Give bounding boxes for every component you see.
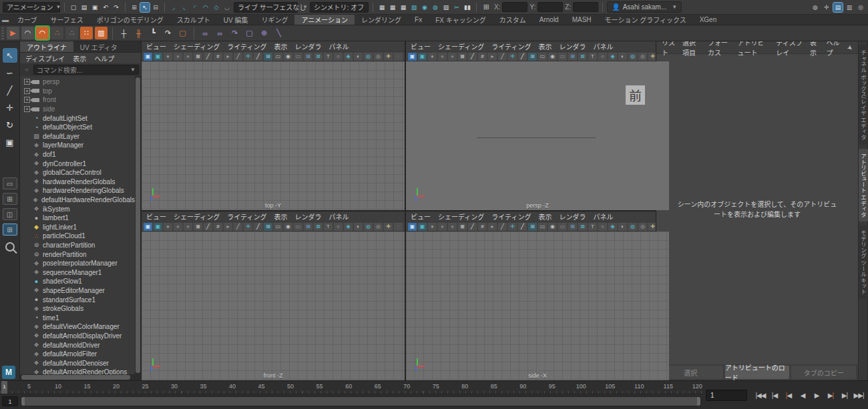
modeling-toolkit-icon[interactable]: ◍ (811, 3, 820, 12)
render-icon[interactable]: ▦ (377, 3, 387, 12)
tab-モーション グラフィックス[interactable]: モーション グラフィックス (598, 15, 693, 25)
image-plane-icon[interactable]: ● (184, 53, 192, 61)
depth-of-field-icon[interactable]: ◍ (628, 223, 637, 231)
outliner-item-lightLinker1[interactable]: ◆lightLinker1 (20, 223, 135, 232)
shadows-icon[interactable]: T (588, 223, 597, 231)
textured-icon[interactable]: ⊞ (304, 223, 312, 231)
grease-pencil-icon[interactable]: ╱ (468, 223, 477, 231)
viewport-menu-シェーディング[interactable]: シェーディング (438, 41, 484, 51)
shadows-icon[interactable]: T (324, 53, 333, 61)
render-settings-icon[interactable]: ▧ (409, 3, 419, 12)
viewport-menu-ライティング[interactable]: ライティング (491, 212, 531, 222)
multisample-aa-icon[interactable]: ◐ (354, 53, 363, 61)
viewport-menu-パネル[interactable]: パネル (594, 41, 614, 51)
bookmark-icon[interactable]: ● (174, 53, 182, 61)
new-scene-icon[interactable]: ▢ (69, 3, 78, 12)
camera-attributes-icon[interactable]: ● (164, 223, 172, 231)
xray-icon[interactable]: ✛ (384, 53, 393, 61)
gate-mask-icon[interactable]: ✛ (244, 53, 252, 61)
outliner-item-sequenceManager1[interactable]: ❖sequenceManager1 (20, 268, 135, 277)
motion-blur-icon[interactable]: ◈ (344, 53, 353, 61)
film-gate-icon[interactable]: ▸ (224, 53, 232, 61)
point-constraint-icon[interactable]: ∞ (214, 27, 226, 39)
isolate-select-icon[interactable]: ◎ (374, 223, 383, 231)
xyz-input-icon[interactable]: ⊞ (481, 1, 492, 13)
depth-of-field-icon[interactable]: ◍ (364, 53, 373, 61)
camera-attributes-icon[interactable]: ● (428, 53, 437, 61)
use-all-lights-icon[interactable]: ⊠ (314, 53, 322, 61)
step-forward-key-button[interactable]: ▶| (824, 389, 837, 401)
ipr-render-icon[interactable]: ▦ (388, 3, 397, 12)
step-forward-frame-button[interactable]: ▶| (838, 389, 851, 401)
tool-settings-icon[interactable]: ▥ (845, 3, 854, 12)
isolate-select-icon[interactable]: ◎ (374, 53, 383, 61)
lock-camera-icon[interactable]: ▣ (418, 53, 427, 61)
outliner-item-defaultArnoldDenoiser[interactable]: ❖defaultArnoldDenoiser (20, 358, 135, 368)
lock-camera-icon[interactable]: ▣ (154, 53, 162, 61)
viewport-menu-パネル[interactable]: パネル (329, 212, 349, 222)
safe-action-icon[interactable]: ⊞ (528, 53, 537, 61)
resolution-gate-icon[interactable]: ╱ (234, 223, 242, 231)
viewport-canvas[interactable]: 前persp -Z (406, 61, 669, 210)
snap-point-icon[interactable]: ◜ (190, 3, 200, 12)
gate-mask-icon[interactable]: ✛ (244, 223, 252, 231)
tab-Arnold[interactable]: Arnold (533, 15, 566, 25)
isolate-select-icon[interactable]: ◎ (638, 223, 647, 231)
wireframe-icon[interactable]: ◉ (548, 223, 557, 231)
use-all-lights-icon[interactable]: ⊠ (314, 223, 322, 231)
pause-icon[interactable]: ▮▮ (463, 3, 472, 12)
light-editor-icon[interactable]: ▨ (441, 3, 451, 12)
outliner-item-front[interactable]: +front (20, 95, 135, 105)
outliner-item-hardwareRenderGlobals[interactable]: ❖hardwareRenderGlobals (20, 177, 135, 187)
grid-icon[interactable]: # (478, 223, 487, 231)
safe-title-icon[interactable]: ▭ (538, 223, 547, 231)
scale-tool-icon[interactable]: ▣ (3, 135, 17, 149)
channel-box-icon[interactable]: ◎ (856, 3, 865, 12)
tab-レンダリング[interactable]: レンダリング (355, 15, 408, 25)
pole-vector-constraint-icon[interactable]: ╲ (272, 27, 285, 39)
grease-pencil-icon[interactable]: ╱ (204, 223, 212, 231)
step-back-frame-button[interactable]: |◀ (768, 389, 781, 401)
rotate-tool-icon[interactable]: ↻ (3, 117, 17, 132)
x-input[interactable] (502, 2, 527, 12)
film-gate-icon[interactable]: ▸ (224, 223, 232, 231)
select-camera-icon[interactable]: ▣ (144, 223, 152, 231)
resolution-gate-icon[interactable]: ╱ (234, 53, 242, 61)
outliner-item-dof1[interactable]: ❖dof1 (20, 150, 135, 159)
viewport-canvas[interactable]: top -Y (142, 61, 405, 210)
snap-view-plane-icon[interactable]: ◇ (212, 3, 221, 12)
outliner-item-shaderGlow1[interactable]: ●shaderGlow1 (20, 277, 135, 286)
outliner-item-lambert1[interactable]: ●lambert1 (20, 214, 135, 223)
select-hierarchy-mode-icon[interactable]: ⊞ (130, 3, 139, 12)
y-input[interactable] (537, 2, 563, 12)
range-slider[interactable] (21, 396, 701, 406)
set-breakdown-icon[interactable]: ∴ (51, 27, 63, 39)
viewport-menu-レンダラ[interactable]: レンダラ (295, 212, 322, 222)
outliner-item-characterPartition[interactable]: ⊚characterPartition (20, 241, 135, 250)
scale-constraint-icon[interactable]: ▢ (243, 27, 256, 39)
select-camera-icon[interactable]: ▣ (144, 53, 152, 61)
multisample-aa-icon[interactable]: ◐ (354, 223, 363, 231)
collapse-menu-icon[interactable]: ▬ (0, 15, 11, 25)
outliner-item-side[interactable]: +side (20, 105, 135, 114)
outliner-tab-アウトライナ[interactable]: アウトライナ (20, 41, 73, 52)
bookmark-icon[interactable]: ● (438, 53, 447, 61)
range-start-field[interactable]: 1 (2, 396, 18, 406)
select-object-mode-icon[interactable]: ↖ (140, 3, 150, 12)
viewport-canvas[interactable]: side -X (406, 232, 669, 380)
time-slider[interactable]: 1 51015202530354045505560657075808590951… (0, 381, 703, 394)
scale-key-icon[interactable]: ▢ (176, 27, 189, 39)
textured-icon[interactable]: ⊞ (568, 223, 577, 231)
wireframe-icon[interactable]: ◉ (284, 223, 292, 231)
snap-curve-icon[interactable]: ◟ (180, 3, 189, 12)
camera-attributes-icon[interactable]: ● (428, 223, 437, 231)
layout-four-pane-button[interactable]: ⊞ (3, 193, 17, 205)
viewport-menu-ライティング[interactable]: ライティング (491, 41, 531, 51)
film-gate-icon[interactable]: ▸ (488, 53, 497, 61)
symmetry-field[interactable]: シンメトリ: オフ (310, 2, 369, 13)
expand-icon[interactable]: + (24, 106, 30, 112)
go-to-start-button[interactable]: |◀◀ (754, 389, 767, 401)
snap-projected-center-icon[interactable]: ◠ (201, 3, 210, 12)
zoom-tool-icon[interactable] (5, 242, 15, 252)
playblast-icon[interactable]: ▶ (7, 27, 19, 39)
